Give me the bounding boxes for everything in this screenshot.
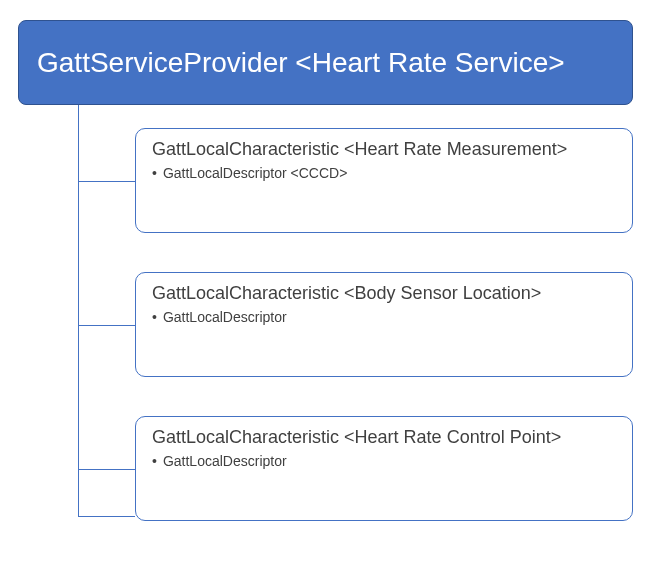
characteristic-title: GattLocalCharacteristic <Body Sensor Loc… bbox=[152, 283, 616, 304]
descriptor-label: GattLocalDescriptor <CCCD> bbox=[163, 164, 347, 182]
tree-branch-line-bottom bbox=[78, 516, 135, 517]
root-service-node: GattServiceProvider <Heart Rate Service> bbox=[18, 20, 633, 105]
descriptor-label: GattLocalDescriptor bbox=[163, 308, 287, 326]
characteristic-title: GattLocalCharacteristic <Heart Rate Cont… bbox=[152, 427, 616, 448]
characteristic-title: GattLocalCharacteristic <Heart Rate Meas… bbox=[152, 139, 616, 160]
bullet-icon: • bbox=[152, 164, 157, 182]
root-service-title: GattServiceProvider <Heart Rate Service> bbox=[37, 47, 565, 79]
descriptor-row: • GattLocalDescriptor bbox=[152, 308, 616, 326]
tree-branch-line bbox=[78, 325, 135, 326]
bullet-icon: • bbox=[152, 308, 157, 326]
tree-branch-line bbox=[78, 469, 135, 470]
characteristic-node: GattLocalCharacteristic <Heart Rate Meas… bbox=[135, 128, 633, 233]
descriptor-label: GattLocalDescriptor bbox=[163, 452, 287, 470]
bullet-icon: • bbox=[152, 452, 157, 470]
characteristic-node: GattLocalCharacteristic <Body Sensor Loc… bbox=[135, 272, 633, 377]
tree-branch-line bbox=[78, 181, 135, 182]
descriptor-row: • GattLocalDescriptor <CCCD> bbox=[152, 164, 616, 182]
characteristic-node: GattLocalCharacteristic <Heart Rate Cont… bbox=[135, 416, 633, 521]
descriptor-row: • GattLocalDescriptor bbox=[152, 452, 616, 470]
tree-trunk-line bbox=[78, 105, 79, 517]
